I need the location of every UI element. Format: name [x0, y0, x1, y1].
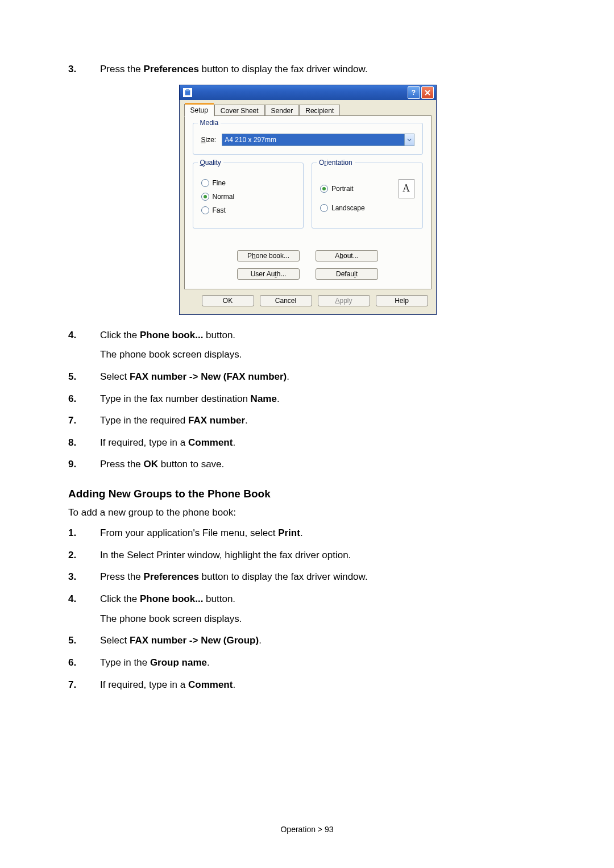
radio-icon: [320, 185, 328, 193]
size-label: Size:: [201, 136, 217, 144]
radio-icon: [320, 204, 328, 212]
list-item: 7. Type in the required FAX number.: [68, 414, 546, 428]
app-icon: [183, 88, 192, 97]
tab-panel-setup: Media Size: A4 210 x 297mm: [184, 115, 432, 289]
default-button[interactable]: Default: [316, 268, 378, 280]
orientation-group-title: Orientation: [317, 159, 355, 167]
list-item: 9. Press the OK button to save.: [68, 458, 546, 472]
radio-icon: [201, 206, 209, 214]
svg-rect-1: [186, 89, 189, 92]
dialog-window: ? Setup Cover Sheet Sender Recipient Med…: [179, 85, 437, 315]
section-intro: To add a new group to the phone book:: [68, 507, 546, 518]
about-button[interactable]: About...: [316, 250, 378, 261]
list-item: 3. Press the Preferences button to displ…: [68, 63, 546, 77]
titlebar-help-button[interactable]: ?: [408, 86, 420, 99]
radio-icon: [201, 193, 209, 201]
media-group: Media Size: A4 210 x 297mm: [193, 123, 423, 155]
page-footer: Operation > 93: [0, 825, 614, 834]
orientation-landscape[interactable]: Landscape: [320, 204, 414, 212]
tab-recipient[interactable]: Recipient: [299, 105, 340, 117]
steps-list-b: 4. Click the Phone book... button. The p…: [68, 329, 546, 472]
portrait-preview-icon: A: [399, 179, 414, 198]
tab-setup[interactable]: Setup: [184, 104, 214, 117]
cancel-button[interactable]: Cancel: [260, 295, 312, 306]
list-item: 3. Press the Preferences button to displ…: [68, 570, 546, 584]
media-group-title: Media: [198, 119, 221, 127]
quality-fine[interactable]: Fine: [201, 179, 296, 187]
help-button[interactable]: Help: [376, 295, 428, 306]
action-row-2: User Auth... Default: [193, 268, 423, 280]
dialog-client-area: Setup Cover Sheet Sender Recipient Media…: [180, 100, 436, 314]
quality-fast[interactable]: Fast: [201, 206, 296, 214]
list-item: 6. Type in the fax number destination Na…: [68, 392, 546, 406]
steps-list-c: 1. From your application's File menu, se…: [68, 526, 546, 692]
list-item: 2. In the Select Printer window, highlig…: [68, 549, 546, 563]
list-item: 4. Click the Phone book... button. The p…: [68, 329, 546, 362]
size-combobox[interactable]: A4 210 x 297mm: [222, 134, 414, 146]
section-heading: Adding New Groups to the Phone Book: [68, 488, 546, 500]
ok-button[interactable]: OK: [202, 295, 254, 306]
apply-button[interactable]: Apply: [318, 295, 370, 306]
list-item: 1. From your application's File menu, se…: [68, 526, 546, 541]
orientation-portrait[interactable]: Portrait A: [320, 179, 414, 198]
dialog-titlebar: ?: [180, 85, 436, 100]
dialog-bottom-buttons: OK Cancel Apply Help: [184, 289, 432, 309]
quality-group-title: Quality: [198, 159, 223, 167]
list-item: 6. Type in the Group name.: [68, 656, 546, 670]
tab-strip: Setup Cover Sheet Sender Recipient: [184, 103, 432, 116]
step-body: Press the Preferences button to display …: [100, 63, 546, 77]
radio-icon: [201, 179, 209, 187]
size-value: A4 210 x 297mm: [222, 134, 404, 146]
step-number: 3.: [68, 63, 100, 77]
chevron-down-icon[interactable]: [404, 134, 414, 146]
orientation-group: Orientation Portrait A Landscape: [312, 163, 423, 229]
list-item: 5. Select FAX number -> New (FAX number)…: [68, 370, 546, 384]
list-item: 4. Click the Phone book... button. The p…: [68, 592, 546, 626]
phone-book-button[interactable]: Phone book...: [237, 250, 300, 261]
tab-cover-sheet[interactable]: Cover Sheet: [214, 105, 265, 117]
list-item: 5. Select FAX number -> New (Group).: [68, 634, 546, 648]
list-item: 7. If required, type in a Comment.: [68, 678, 546, 692]
list-item: 8. If required, type in a Comment.: [68, 436, 546, 450]
user-auth-button[interactable]: User Auth...: [237, 268, 300, 280]
steps-list-a: 3. Press the Preferences button to displ…: [68, 63, 546, 77]
tab-sender[interactable]: Sender: [265, 105, 300, 117]
action-row-1: Phone book... About...: [193, 250, 423, 261]
titlebar-close-button[interactable]: [421, 86, 434, 99]
fax-driver-dialog-screenshot: ? Setup Cover Sheet Sender Recipient Med…: [179, 85, 435, 315]
quality-normal[interactable]: Normal: [201, 193, 296, 201]
quality-group: Quality Fine Normal Fast: [193, 163, 304, 229]
